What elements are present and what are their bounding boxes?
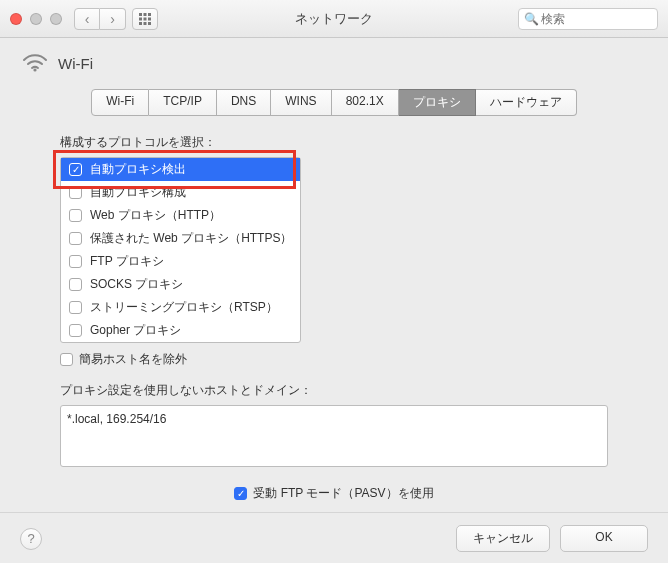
content: 構成するプロトコルを選択： ✓自動プロキシ検出自動プロキシ構成Web プロキシ（… bbox=[0, 116, 668, 502]
protocol-checkbox[interactable]: ✓ bbox=[69, 163, 82, 176]
svg-rect-3 bbox=[139, 17, 142, 20]
tabs: Wi-FiTCP/IPDNSWINS802.1Xプロキシハードウェア bbox=[30, 89, 638, 116]
window-controls bbox=[10, 13, 62, 25]
svg-rect-5 bbox=[148, 17, 151, 20]
protocol-label: SOCKS プロキシ bbox=[90, 276, 183, 293]
bypass-textbox[interactable]: *.local, 169.254/16 bbox=[60, 405, 608, 467]
protocol-checkbox[interactable] bbox=[69, 324, 82, 337]
pane-title: Wi-Fi bbox=[58, 55, 93, 72]
protocol-label: ストリーミングプロキシ（RTSP） bbox=[90, 299, 278, 316]
footer: ? キャンセル OK bbox=[0, 512, 668, 563]
pane-header: Wi-Fi bbox=[0, 38, 668, 85]
protocol-row[interactable]: FTP プロキシ bbox=[61, 250, 300, 273]
svg-rect-7 bbox=[144, 22, 147, 25]
svg-rect-4 bbox=[144, 17, 147, 20]
titlebar: ‹ › ネットワーク 🔍 bbox=[0, 0, 668, 38]
protocol-row[interactable]: Gopher プロキシ bbox=[61, 319, 300, 342]
forward-button[interactable]: › bbox=[100, 8, 126, 30]
protocol-label: Gopher プロキシ bbox=[90, 322, 181, 339]
tab-2[interactable]: DNS bbox=[217, 89, 271, 116]
zoom-window-button[interactable] bbox=[50, 13, 62, 25]
help-button[interactable]: ? bbox=[20, 528, 42, 550]
exclude-simple-hostnames-checkbox[interactable] bbox=[60, 353, 73, 366]
protocol-label: 自動プロキシ検出 bbox=[90, 161, 186, 178]
tab-3[interactable]: WINS bbox=[271, 89, 331, 116]
protocol-label: 保護された Web プロキシ（HTTPS） bbox=[90, 230, 292, 247]
minimize-window-button[interactable] bbox=[30, 13, 42, 25]
protocol-row[interactable]: ✓自動プロキシ検出 bbox=[61, 158, 300, 181]
svg-rect-2 bbox=[148, 13, 151, 16]
search-input[interactable] bbox=[518, 8, 658, 30]
tab-4[interactable]: 802.1X bbox=[332, 89, 399, 116]
cancel-button[interactable]: キャンセル bbox=[456, 525, 550, 552]
passive-ftp-label: 受動 FTP モード（PASV）を使用 bbox=[253, 485, 433, 502]
exclude-simple-hostnames-row[interactable]: 簡易ホスト名を除外 bbox=[60, 351, 608, 368]
svg-point-9 bbox=[33, 68, 36, 71]
back-button[interactable]: ‹ bbox=[74, 8, 100, 30]
protocol-checkbox[interactable] bbox=[69, 232, 82, 245]
show-all-button[interactable] bbox=[132, 8, 158, 30]
tab-1[interactable]: TCP/IP bbox=[149, 89, 217, 116]
svg-rect-8 bbox=[148, 22, 151, 25]
search-icon: 🔍 bbox=[524, 12, 539, 26]
close-window-button[interactable] bbox=[10, 13, 22, 25]
grid-icon bbox=[139, 13, 151, 25]
svg-rect-6 bbox=[139, 22, 142, 25]
protocol-row[interactable]: SOCKS プロキシ bbox=[61, 273, 300, 296]
passive-ftp-row[interactable]: ✓ 受動 FTP モード（PASV）を使用 bbox=[60, 485, 608, 502]
protocol-row[interactable]: 自動プロキシ構成 bbox=[61, 181, 300, 204]
protocol-row[interactable]: ストリーミングプロキシ（RTSP） bbox=[61, 296, 300, 319]
tab-0[interactable]: Wi-Fi bbox=[91, 89, 149, 116]
protocol-checkbox[interactable] bbox=[69, 209, 82, 222]
protocol-checkbox[interactable] bbox=[69, 278, 82, 291]
wifi-icon bbox=[22, 52, 48, 75]
protocol-checkbox[interactable] bbox=[69, 255, 82, 268]
protocol-row[interactable]: Web プロキシ（HTTP） bbox=[61, 204, 300, 227]
passive-ftp-checkbox[interactable]: ✓ bbox=[234, 487, 247, 500]
protocol-label: Web プロキシ（HTTP） bbox=[90, 207, 221, 224]
protocols-label: 構成するプロトコルを選択： bbox=[60, 134, 608, 151]
tab-5[interactable]: プロキシ bbox=[399, 89, 476, 116]
nav-buttons: ‹ › bbox=[74, 8, 126, 30]
ok-button[interactable]: OK bbox=[560, 525, 648, 552]
protocol-row[interactable]: 保護された Web プロキシ（HTTPS） bbox=[61, 227, 300, 250]
exclude-simple-hostnames-label: 簡易ホスト名を除外 bbox=[79, 351, 187, 368]
protocol-label: FTP プロキシ bbox=[90, 253, 164, 270]
tab-6[interactable]: ハードウェア bbox=[476, 89, 577, 116]
protocol-checkbox[interactable] bbox=[69, 301, 82, 314]
protocol-checkbox[interactable] bbox=[69, 186, 82, 199]
search-wrap: 🔍 bbox=[518, 8, 658, 30]
svg-rect-0 bbox=[139, 13, 142, 16]
protocols-list[interactable]: ✓自動プロキシ検出自動プロキシ構成Web プロキシ（HTTP）保護された Web… bbox=[60, 157, 301, 343]
bypass-label: プロキシ設定を使用しないホストとドメイン： bbox=[60, 382, 608, 399]
protocol-label: 自動プロキシ構成 bbox=[90, 184, 186, 201]
svg-rect-1 bbox=[144, 13, 147, 16]
